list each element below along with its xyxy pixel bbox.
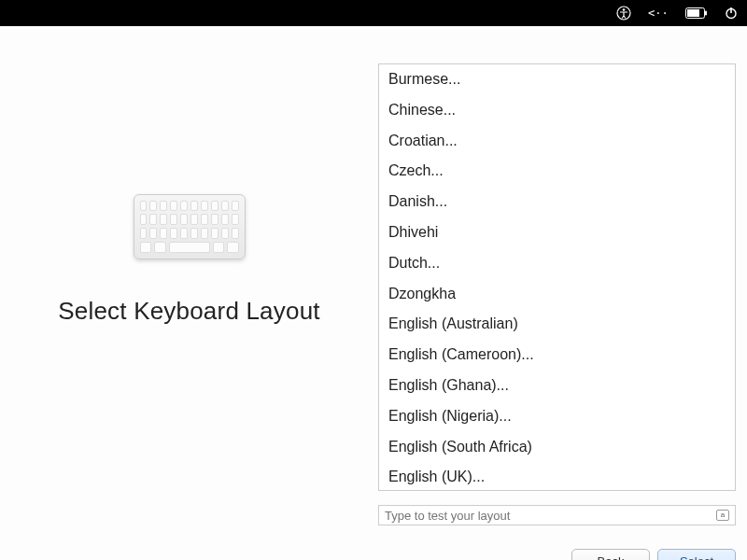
layout-option[interactable]: English (UK)... [379,462,735,491]
layout-option[interactable]: English (Australian) [379,309,735,340]
test-input-container: a [378,505,736,525]
layout-option[interactable]: Dzongkha [379,279,735,310]
power-icon[interactable] [725,7,738,20]
layout-option[interactable]: Croatian... [379,126,735,157]
svg-text:<···>: <···> [648,7,669,20]
system-menubar: <···> [0,0,747,26]
svg-rect-5 [705,11,707,16]
layout-option[interactable]: Chinese... [379,95,735,126]
keyboard-indicator-icon: a [716,510,729,521]
layout-option[interactable]: Dutch... [379,248,735,279]
layout-option[interactable]: Czech... [379,156,735,187]
accessibility-icon[interactable] [616,6,631,21]
layout-option[interactable]: Dhivehi [379,217,735,248]
layout-option[interactable]: English (Nigeria)... [379,401,735,432]
keyboard-layout-list[interactable]: Burmese...Chinese...Croatian...Czech...D… [378,63,736,491]
svg-point-1 [623,8,626,11]
page-title: Select Keyboard Layout [58,297,319,326]
select-button[interactable]: Select [657,549,736,560]
back-button[interactable]: Back [571,549,650,560]
svg-rect-4 [687,9,699,17]
keyboard-illustration-icon [134,194,246,259]
setup-assistant-pane: Select Keyboard Layout Burmese...Chinese… [0,26,747,560]
layout-option[interactable]: English (Ghana)... [379,371,735,401]
layout-option[interactable]: Burmese... [379,64,735,95]
layout-option[interactable]: English (Cameroon)... [379,340,735,371]
test-layout-input[interactable] [385,509,716,523]
layout-option[interactable]: English (South Africa) [379,432,735,463]
left-panel: Select Keyboard Layout [0,26,378,493]
network-icon[interactable]: <···> [648,7,669,20]
layout-option[interactable]: Danish... [379,187,735,217]
battery-icon[interactable] [685,7,708,19]
